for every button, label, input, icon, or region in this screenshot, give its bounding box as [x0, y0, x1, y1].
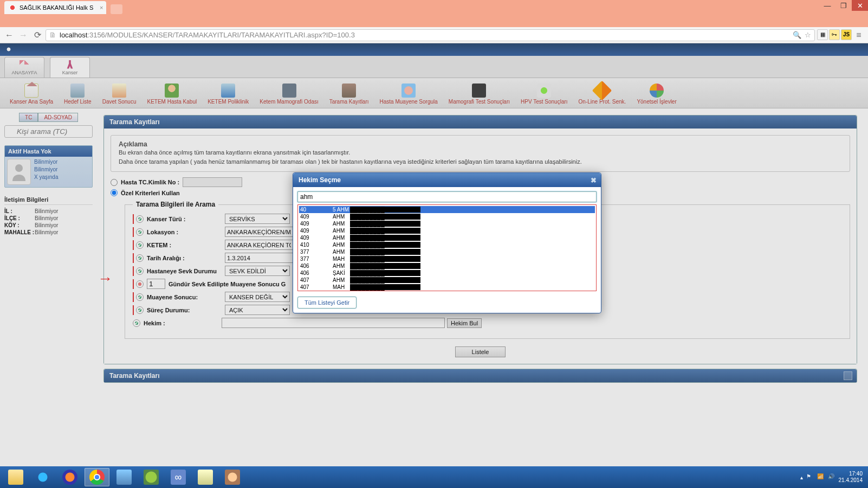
- tray-network-icon[interactable]: 📶: [817, 473, 825, 481]
- tb-sorgu[interactable]: Hasta Muayene Sorgula: [374, 80, 443, 106]
- tb-online[interactable]: On-Line Prot. Senk.: [573, 80, 632, 106]
- task-frog[interactable]: [139, 468, 164, 486]
- tarih-input[interactable]: [225, 253, 293, 263]
- ext-key-icon[interactable]: 🗝: [829, 29, 840, 40]
- browser-menu-button[interactable]: ≡: [853, 29, 865, 41]
- tray-arrow-icon[interactable]: ▴: [800, 474, 803, 480]
- back-button[interactable]: ←: [3, 29, 15, 41]
- koy-value: Bilinmiyor: [35, 222, 58, 228]
- modal-search-input[interactable]: [297, 191, 597, 202]
- list-item[interactable]: 406AHM█████████: [299, 262, 595, 269]
- reload-button[interactable]: ⟳: [31, 29, 43, 41]
- sevk-select[interactable]: SEVK EDİLDİ: [225, 266, 290, 276]
- task-note[interactable]: [193, 468, 218, 486]
- note-icon: [198, 470, 213, 485]
- list-item[interactable]: 405 AHM█████████: [299, 206, 595, 213]
- task-ie[interactable]: [30, 468, 55, 486]
- scan-icon: [342, 84, 356, 98]
- check-ketem[interactable]: ✔: [136, 241, 144, 249]
- clock[interactable]: 17:40 21.4.2014: [839, 471, 863, 484]
- patient-search-input[interactable]: [4, 125, 93, 138]
- radio-tc[interactable]: [111, 179, 118, 186]
- task-vs[interactable]: [166, 468, 191, 486]
- tray-flag-icon[interactable]: ⚑: [806, 473, 814, 481]
- check-surec[interactable]: ✔: [136, 306, 144, 314]
- tab-kanser[interactable]: Kanser: [50, 57, 90, 78]
- check-gun[interactable]: [136, 280, 144, 288]
- tc-toggle-button[interactable]: TC: [19, 113, 38, 122]
- check-muayene[interactable]: ✔: [136, 293, 144, 301]
- list-item[interactable]: 409AHM█████████: [299, 220, 595, 227]
- tb-tarama[interactable]: Tarama Kayıtları: [324, 80, 374, 106]
- tb-davet[interactable]: Davet Sonucu: [97, 80, 142, 106]
- forward-button[interactable]: →: [17, 29, 29, 41]
- modal-all-button[interactable]: Tüm Listeyi Getir: [297, 297, 357, 309]
- tb-mtest[interactable]: Mamografi Test Sonuçları: [443, 80, 515, 106]
- modal-list[interactable]: 405 AHM█████████409AHM█████████409AHM███…: [297, 204, 597, 291]
- tray-volume-icon[interactable]: 🔊: [828, 473, 835, 481]
- check-sevk[interactable]: ✔: [136, 267, 144, 275]
- task-chrome[interactable]: [85, 468, 109, 486]
- bookmark-icon[interactable]: ☆: [805, 31, 811, 39]
- hekim-secme-dialog: Hekim Seçme ✖ 405 AHM█████████409AHM████…: [293, 172, 601, 313]
- svg-point-0: [15, 164, 23, 172]
- muayene-select[interactable]: KANSER DEĞİL: [225, 292, 290, 302]
- listele-button[interactable]: Listele: [455, 346, 506, 357]
- modal-close-button[interactable]: ✖: [591, 176, 597, 184]
- check-tarih[interactable]: ✔: [136, 254, 144, 262]
- task-firefox[interactable]: [57, 468, 82, 486]
- list-item[interactable]: 409AHM█████████: [299, 227, 595, 234]
- address-bar[interactable]: 🗎 localhost:3156/MODULES/KANSER/TARAMAKA…: [46, 29, 815, 41]
- list-item[interactable]: 409AHM█████████: [299, 234, 595, 241]
- window-maximize-button[interactable]: ❐: [835, 0, 852, 11]
- list-item[interactable]: 410AHM█████████: [299, 241, 595, 248]
- list-item[interactable]: 377MAH█████████: [299, 255, 595, 262]
- window-close-button[interactable]: ✕: [852, 0, 868, 11]
- tc-input[interactable]: [183, 177, 242, 187]
- kanser-select[interactable]: SERVİKS: [225, 214, 290, 224]
- tb-kanser-ana[interactable]: Kanser Ana Sayfa: [4, 80, 59, 106]
- gun-spinner[interactable]: [147, 279, 165, 289]
- lokasyon-input[interactable]: [225, 227, 293, 237]
- patient-info-1: Bilinmiyor: [34, 159, 58, 165]
- task-files[interactable]: [3, 468, 28, 486]
- list-icon: [70, 84, 85, 98]
- surec-select[interactable]: AÇIK: [225, 305, 290, 315]
- new-tab-button[interactable]: [111, 4, 122, 14]
- user-icon: [165, 84, 179, 98]
- check-lokasyon[interactable]: ✔: [136, 228, 144, 236]
- tab-anasayfa[interactable]: ANASAYFA: [4, 57, 44, 78]
- lbl-hekim: Hekim :: [144, 320, 222, 326]
- list-item[interactable]: 407AHM█████████: [299, 291, 595, 291]
- tb-mammo[interactable]: Ketem Mamografi Odası: [254, 80, 323, 106]
- list-item[interactable]: 407AHM█████████: [299, 277, 595, 284]
- ketem-input[interactable]: [225, 240, 293, 250]
- search-in-url-icon[interactable]: 🔍: [793, 31, 801, 39]
- list-item[interactable]: 407MAH█████████: [299, 284, 595, 291]
- mammo-icon: [282, 84, 296, 98]
- expand-icon[interactable]: [844, 371, 852, 380]
- list-item[interactable]: 377AHM█████████: [299, 248, 595, 255]
- tb-hpv[interactable]: HPV Test Sonuçları: [515, 80, 573, 106]
- check-hekim[interactable]: ✔: [133, 319, 140, 327]
- hekim-input[interactable]: [222, 318, 445, 328]
- list-item[interactable]: 409AHM█████████: [299, 213, 595, 220]
- browser-tab[interactable]: SAĞLIK BAKANLIĞI Halk S ×: [4, 1, 106, 14]
- list-item[interactable]: 406ŞAKİ█████████: [299, 269, 595, 277]
- tb-poli[interactable]: KETEM Poliklinik: [202, 80, 254, 106]
- tb-kabul[interactable]: KETEM Hasta Kabul: [141, 80, 202, 106]
- paint-icon: [225, 470, 240, 485]
- adsoyad-toggle-button[interactable]: AD-SOYAD: [38, 113, 78, 122]
- task-snip[interactable]: [112, 468, 137, 486]
- task-paint[interactable]: [220, 468, 245, 486]
- ext-ruler-icon[interactable]: ▦: [817, 29, 828, 40]
- panel2-header[interactable]: Tarama Kayıtları: [104, 369, 857, 382]
- tb-hedef[interactable]: Hedef Liste: [59, 80, 97, 106]
- tab-close-icon[interactable]: ×: [100, 4, 103, 11]
- window-minimize-button[interactable]: —: [819, 0, 835, 11]
- check-kanser[interactable]: ✔: [136, 215, 144, 223]
- tb-ops[interactable]: Yönetsel İşlevler: [631, 80, 682, 106]
- radio-ozel[interactable]: [111, 189, 118, 196]
- ext-js-icon[interactable]: JS: [841, 29, 852, 40]
- hekim-bul-button[interactable]: Hekim Bul: [447, 318, 482, 328]
